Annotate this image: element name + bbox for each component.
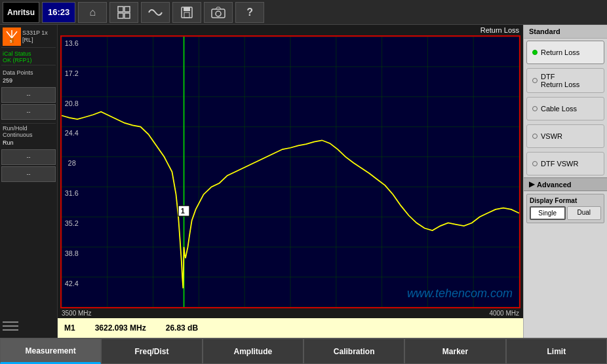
display-format-label: Display Format [530, 197, 601, 204]
display-format-buttons: Single Dual [530, 206, 601, 220]
svg-rect-1 [125, 7, 130, 12]
device-info: S S331P 1x [RL] [1, 26, 56, 48]
svg-line-11 [12, 31, 17, 38]
home-button[interactable]: ⌂ [78, 2, 107, 23]
svg-text:24.4: 24.4 [65, 130, 79, 137]
menu-item-return-loss[interactable]: Return Loss [526, 41, 604, 64]
marker-label: M1 [64, 323, 75, 333]
chart-bottom-bar: 3500 MHz 4000 MHz [58, 308, 523, 318]
display-format-box: Display Format Single Dual [526, 194, 604, 223]
menu-dot-dtf-return-loss [532, 78, 538, 83]
menu-label-cable-loss: Cable Loss [541, 105, 577, 113]
chart-area: Return Loss [58, 25, 523, 338]
menu-item-dtf-return-loss[interactable]: DTF Return Loss [526, 68, 604, 93]
chevron-right-icon: ▶ [529, 180, 534, 189]
marker-value: 26.83 dB [166, 323, 198, 333]
advanced-section-header[interactable]: ▶ Advanced [524, 177, 607, 191]
svg-text:17.2: 17.2 [65, 69, 79, 77]
tab-marker[interactable]: Marker [404, 338, 505, 364]
marker-freq: 3622.093 MHz [95, 323, 146, 333]
right-panel: Standard Return Loss DTF Return Loss Cab… [523, 25, 607, 338]
freq-start-label: 3500 MHz [62, 310, 92, 317]
svg-rect-5 [184, 7, 190, 11]
menu-label-return-loss: Return Loss [541, 48, 579, 56]
svg-text:31.6: 31.6 [65, 189, 79, 197]
advanced-label: Advanced [537, 181, 572, 189]
bottom-nav: Measurement Freq/Dist Amplitude Calibrat… [0, 338, 607, 364]
svg-point-8 [216, 11, 221, 16]
main-content: S S331P 1x [RL] iCal Status OK (RFP1) Da… [0, 25, 607, 338]
left-btn-4[interactable]: -- [1, 166, 56, 182]
menu-dot-vswr [532, 134, 538, 139]
menu-dot-dtf-vswr [532, 161, 538, 166]
single-format-button[interactable]: Single [530, 206, 566, 220]
tab-measurement[interactable]: Measurement [0, 338, 101, 364]
svg-text:13.6: 13.6 [65, 39, 79, 47]
menu-item-cable-loss[interactable]: Cable Loss [526, 97, 604, 120]
data-points-label: Data Points [1, 68, 56, 77]
chart-title: Return Loss [58, 25, 523, 35]
svg-rect-3 [125, 13, 130, 18]
menu-dot-cable-loss [532, 106, 538, 111]
svg-rect-0 [118, 7, 123, 12]
run-hold-label: Run/Hold Continuous [1, 123, 56, 139]
svg-text:20.8: 20.8 [65, 100, 79, 107]
menu-dot-return-loss [532, 50, 538, 55]
chart-svg: 13.6 17.2 20.8 24.4 28 31.6 35.2 38.8 42… [62, 37, 519, 307]
left-btn-2[interactable]: -- [1, 104, 56, 120]
tab-amplitude[interactable]: Amplitude [203, 338, 304, 364]
antenna-icon: S [3, 27, 21, 46]
save-button[interactable] [172, 2, 201, 23]
tab-calibration[interactable]: Calibration [304, 338, 404, 364]
tab-freq-dist[interactable]: Freq/Dist [101, 338, 202, 364]
svg-text:42.4: 42.4 [65, 280, 79, 287]
right-panel-title: Standard [524, 25, 607, 39]
anritsu-logo: Anritsu [3, 2, 39, 23]
menu-item-dtf-vswr[interactable]: DTF VSWR [526, 152, 604, 175]
tab-limit[interactable]: Limit [506, 338, 607, 364]
chart-wrapper: 13.6 17.2 20.8 24.4 28 31.6 35.2 38.8 42… [60, 35, 520, 308]
left-panel: S S331P 1x [RL] iCal Status OK (RFP1) Da… [0, 25, 58, 338]
svg-rect-6 [184, 12, 189, 18]
left-btn-1[interactable]: -- [1, 87, 56, 103]
menu-label-vswr: VSWR [541, 132, 562, 140]
svg-text:35.2: 35.2 [65, 219, 79, 227]
time-display: 16:23 [42, 2, 75, 23]
menu-label-dtf-return-loss: DTF Return Loss [541, 73, 579, 88]
svg-text:38.8: 38.8 [65, 249, 79, 257]
grid-button[interactable] [109, 2, 138, 23]
svg-rect-2 [118, 13, 123, 18]
freq-end-label: 4000 MHz [489, 310, 519, 317]
svg-text:28: 28 [68, 160, 76, 168]
top-bar: Anritsu 16:23 ⌂ ? [0, 0, 607, 25]
svg-text:1: 1 [181, 207, 185, 215]
device-label: S331P 1x [RL] [22, 29, 48, 44]
svg-line-10 [7, 31, 12, 38]
dual-format-button[interactable]: Dual [567, 206, 602, 220]
menu-label-dtf-vswr: DTF VSWR [541, 160, 578, 168]
menu-item-vswr[interactable]: VSWR [526, 124, 604, 148]
cal-status: iCal Status OK (RFP1) [1, 49, 56, 65]
menu-icon[interactable] [1, 318, 56, 337]
help-button[interactable]: ? [235, 2, 264, 23]
run-hold-value: Run [1, 139, 56, 149]
data-points-value: 259 [1, 77, 56, 86]
left-btn-3[interactable]: -- [1, 149, 56, 165]
camera-button[interactable] [204, 2, 233, 23]
marker-bar: M1 3622.093 MHz 26.83 dB [58, 318, 523, 338]
wave-button[interactable] [141, 2, 170, 23]
